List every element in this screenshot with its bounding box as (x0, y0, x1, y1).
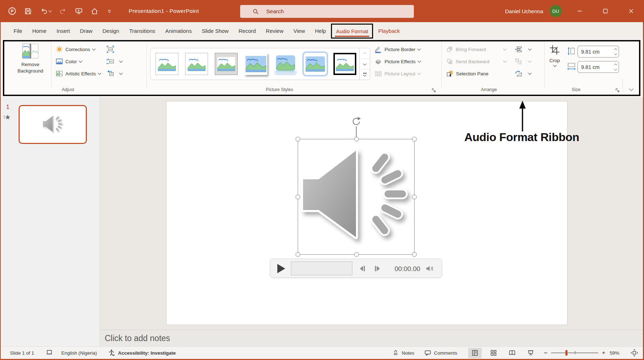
shape-height-field[interactable] (578, 46, 619, 58)
picture-styles-dialog-launcher[interactable] (432, 88, 436, 92)
height-spin-down-icon[interactable] (614, 52, 617, 55)
slide-indicator: Slide 1 of 1 (10, 350, 34, 356)
change-picture-button[interactable] (106, 57, 122, 66)
audio-object-selection[interactable] (298, 139, 415, 255)
picture-layout-button: Picture Layout (375, 69, 420, 78)
tab-draw[interactable]: Draw (75, 22, 98, 39)
tab-record[interactable]: Record (233, 22, 261, 39)
quick-access-toolbar-chevron-icon[interactable] (106, 8, 113, 14)
width-spinner[interactable] (615, 64, 617, 70)
height-spin-up-icon[interactable] (614, 48, 617, 51)
reset-picture-button[interactable] (106, 69, 122, 78)
picture-style-option-3[interactable] (215, 53, 238, 75)
rotate-handle-icon[interactable] (351, 116, 361, 126)
close-button[interactable] (623, 0, 639, 22)
home-button[interactable] (90, 7, 99, 15)
resize-handle-bottom-left[interactable] (296, 252, 300, 257)
tab-file[interactable]: File (9, 22, 27, 39)
zoom-in-button[interactable]: + (602, 349, 605, 356)
size-dialog-launcher[interactable] (615, 88, 620, 92)
picture-style-option-5[interactable] (274, 53, 297, 75)
play-button[interactable] (277, 264, 285, 273)
undo-dropdown-chevron-icon[interactable] (49, 9, 52, 12)
search-box[interactable]: Search (240, 5, 414, 18)
audio-speaker-graphic[interactable] (297, 139, 415, 255)
color-button[interactable]: Color (56, 57, 82, 66)
corrections-button[interactable]: Corrections (56, 45, 95, 54)
resize-handle-bottom-right[interactable] (412, 252, 417, 257)
slideshow-view-button[interactable] (524, 348, 538, 358)
resize-handle-middle-right[interactable] (412, 195, 417, 199)
selection-pane-button[interactable]: Selection Pane (446, 69, 489, 78)
picture-style-option-7-selected[interactable] (333, 53, 356, 75)
move-back-button[interactable] (358, 265, 367, 272)
gallery-scroll-up-button[interactable] (360, 48, 370, 59)
gallery-more-button[interactable] (360, 69, 370, 80)
compress-pictures-button[interactable] (106, 45, 114, 54)
picture-border-button[interactable]: Picture Border (375, 45, 420, 54)
fit-slide-button[interactable] (630, 349, 638, 357)
audio-timeline[interactable] (291, 261, 352, 275)
user-name[interactable]: Daniel Uchenna (505, 8, 543, 14)
tab-help[interactable]: Help (310, 22, 331, 39)
picture-effects-button[interactable]: Picture Effects (375, 57, 421, 66)
reading-view-button[interactable] (505, 348, 519, 358)
spell-check-button[interactable] (46, 349, 53, 356)
resize-handle-middle-left[interactable] (296, 195, 300, 199)
tab-playback[interactable]: Playback (373, 22, 405, 39)
shape-height-input[interactable] (581, 49, 608, 55)
move-forward-button[interactable] (372, 265, 382, 272)
artistic-effects-button[interactable]: Artistic Effects (56, 69, 101, 78)
crop-button[interactable]: Crop (545, 44, 564, 84)
tab-transitions[interactable]: Transitions (124, 22, 160, 39)
picture-style-option-6[interactable] (304, 53, 327, 75)
minimize-button[interactable] (572, 0, 588, 22)
gallery-scroll-down-button[interactable] (360, 59, 370, 69)
tab-design[interactable]: Design (98, 22, 124, 39)
notes-toggle-button[interactable]: Notes (392, 349, 414, 356)
avatar[interactable]: DU (550, 5, 562, 17)
slide-sorter-view-button[interactable] (487, 348, 500, 358)
rotate-objects-button[interactable] (515, 69, 531, 78)
resize-handle-bottom-center[interactable] (354, 252, 359, 257)
start-slideshow-button[interactable] (75, 7, 83, 15)
width-spin-up-icon[interactable] (614, 64, 617, 66)
tab-insert[interactable]: Insert (51, 22, 75, 39)
shape-width-field[interactable] (578, 61, 619, 73)
shape-width-input[interactable] (581, 64, 608, 70)
volume-icon[interactable] (425, 265, 435, 272)
tab-home[interactable]: Home (27, 22, 51, 39)
resize-handle-top-left[interactable] (296, 137, 300, 141)
tab-slide-show[interactable]: Slide Show (197, 22, 233, 39)
zoom-slider[interactable] (551, 350, 598, 356)
zoom-slider-thumb[interactable] (565, 350, 568, 356)
zoom-out-button[interactable]: − (544, 349, 548, 357)
resize-handle-top-center[interactable] (354, 137, 359, 141)
animation-star-icon[interactable] (3, 114, 11, 121)
maximize-button[interactable] (598, 0, 613, 22)
width-spin-down-icon[interactable] (614, 68, 617, 70)
tab-view[interactable]: View (288, 22, 310, 39)
normal-view-button[interactable] (468, 348, 482, 358)
notes-pane[interactable]: Click to add notes (100, 330, 644, 346)
redo-button[interactable] (59, 7, 67, 15)
collapse-ribbon-button[interactable] (626, 86, 636, 93)
slide-1-thumbnail[interactable] (19, 105, 87, 144)
tab-review[interactable]: Review (261, 22, 288, 39)
picture-style-option-2[interactable] (185, 53, 208, 75)
picture-style-option-4[interactable] (244, 53, 267, 75)
remove-background-button[interactable]: Remove Background (14, 44, 47, 84)
align-objects-button[interactable] (515, 45, 531, 54)
height-spinner[interactable] (615, 49, 617, 55)
tab-audio-format-active[interactable]: Audio Format (331, 24, 373, 39)
tab-animations[interactable]: Animations (160, 22, 197, 39)
language-button[interactable]: English (Nigeria) (61, 350, 97, 356)
undo-button[interactable] (40, 7, 51, 15)
minimize-icon (576, 8, 583, 14)
resize-handle-top-right[interactable] (412, 137, 417, 141)
zoom-level[interactable]: 59% (610, 350, 625, 356)
picture-style-option-1[interactable] (155, 53, 178, 75)
accessibility-button[interactable]: Accessibility: Investigate (108, 349, 175, 357)
save-button[interactable] (24, 7, 32, 15)
comments-toggle-button[interactable]: Comments (424, 349, 457, 356)
